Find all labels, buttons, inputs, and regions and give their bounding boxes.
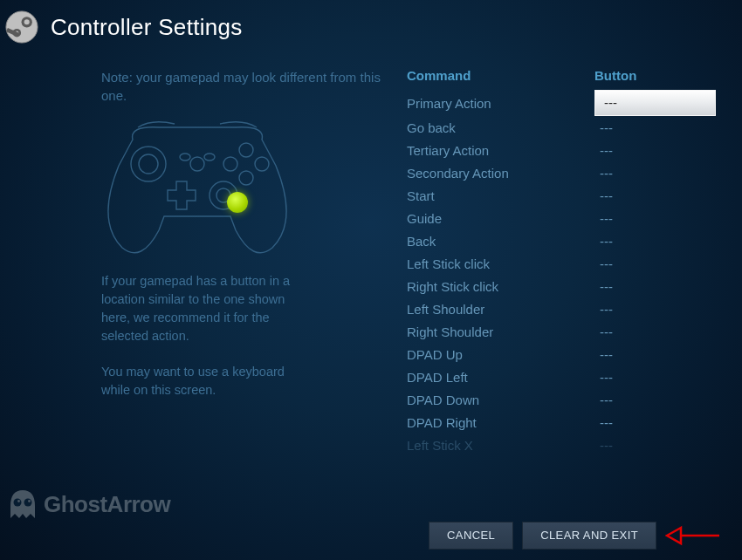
binding-command[interactable]: Left Stick X: [407, 434, 594, 456]
column-header-button: Button: [594, 68, 716, 92]
binding-value[interactable]: ---: [594, 116, 716, 139]
annotation-arrow-icon: [665, 522, 721, 549]
binding-command[interactable]: DPAD Down: [407, 388, 594, 411]
binding-value[interactable]: ---: [594, 139, 716, 161]
binding-value[interactable]: ---: [594, 388, 716, 411]
binding-value[interactable]: ---: [594, 184, 716, 207]
svg-point-7: [131, 147, 166, 181]
binding-command[interactable]: DPAD Left: [407, 365, 594, 388]
note-top: Note: your gamepad may look different fr…: [94, 68, 382, 105]
binding-command[interactable]: Right Stick click: [407, 275, 594, 297]
svg-point-13: [223, 157, 237, 171]
svg-point-15: [180, 154, 190, 160]
svg-point-16: [204, 154, 215, 160]
binding-value[interactable]: ---: [594, 275, 716, 297]
binding-command[interactable]: DPAD Right: [407, 411, 594, 434]
svg-point-3: [24, 19, 30, 24]
binding-command[interactable]: Tertiary Action: [407, 139, 594, 161]
svg-point-19: [24, 499, 32, 507]
svg-point-12: [255, 157, 269, 171]
binding-command[interactable]: Primary Action: [407, 92, 594, 116]
bindings-panel: Command Button Primary Action---Go back-…: [382, 68, 716, 515]
note-bot: You may want to use a keyboard while on …: [94, 363, 313, 400]
binding-command[interactable]: Right Shoulder: [407, 320, 594, 343]
binding-command[interactable]: Left Shoulder: [407, 297, 594, 320]
binding-command[interactable]: Start: [407, 184, 594, 207]
binding-command[interactable]: DPAD Up: [407, 343, 594, 365]
binding-value[interactable]: ---: [594, 320, 716, 343]
binding-value[interactable]: ---: [594, 365, 716, 388]
svg-point-14: [239, 171, 253, 185]
left-panel: Note: your gamepad may look different fr…: [94, 68, 382, 515]
svg-point-11: [239, 143, 253, 157]
page-title: Controller Settings: [51, 14, 243, 41]
binding-value[interactable]: ---: [594, 161, 716, 184]
svg-point-21: [28, 500, 31, 502]
binding-command[interactable]: Back: [407, 229, 594, 252]
binding-command[interactable]: Left Stick click: [407, 252, 594, 275]
binding-value[interactable]: ---: [594, 297, 716, 320]
bindings-table: Command Button Primary Action---Go back-…: [407, 68, 716, 456]
binding-command[interactable]: Secondary Action: [407, 161, 594, 184]
binding-command[interactable]: Guide: [407, 207, 594, 229]
footer: CANCEL CLEAR AND EXIT: [429, 522, 721, 550]
cancel-button[interactable]: CANCEL: [429, 522, 513, 550]
binding-value[interactable]: ---: [594, 434, 716, 456]
binding-value[interactable]: ---: [594, 207, 716, 229]
header: Controller Settings: [0, 0, 742, 44]
watermark: GhostArrow: [5, 487, 170, 522]
note-mid: If your gamepad has a button in a locati…: [94, 272, 313, 345]
binding-value[interactable]: ---: [594, 90, 716, 116]
binding-value[interactable]: ---: [594, 252, 716, 275]
svg-point-8: [139, 154, 158, 174]
binding-value[interactable]: ---: [594, 343, 716, 365]
highlight-dot-icon: [227, 192, 248, 213]
svg-point-17: [190, 157, 204, 171]
binding-command[interactable]: Go back: [407, 116, 594, 139]
gamepad-diagram: [98, 117, 297, 256]
svg-point-20: [17, 500, 20, 502]
watermark-text: GhostArrow: [44, 491, 170, 518]
clear-and-exit-button[interactable]: CLEAR AND EXIT: [522, 522, 656, 550]
column-header-command: Command: [407, 68, 594, 92]
svg-point-18: [14, 499, 22, 507]
steam-logo-icon: [5, 10, 38, 44]
binding-value[interactable]: ---: [594, 229, 716, 252]
content: Note: your gamepad may look different fr…: [0, 44, 742, 515]
binding-value[interactable]: ---: [594, 411, 716, 434]
